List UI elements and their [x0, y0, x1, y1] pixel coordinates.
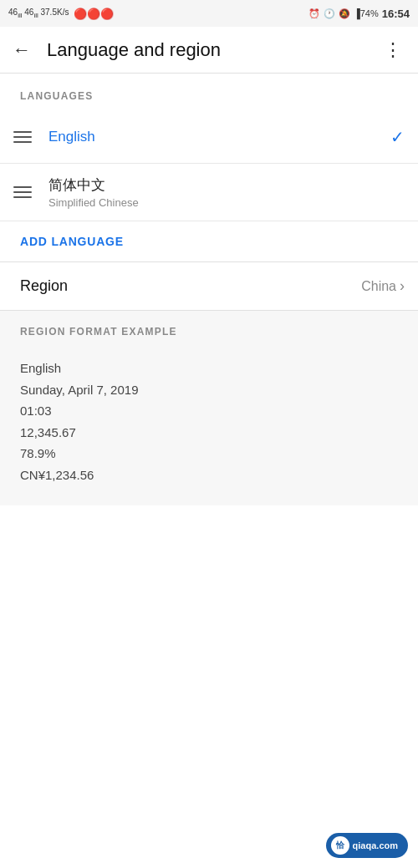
- more-options-button[interactable]: ⋮: [375, 32, 411, 69]
- format-example-header: REGION FORMAT EXAMPLE: [20, 326, 398, 338]
- silent-icon: 🔕: [339, 8, 350, 19]
- add-language-button[interactable]: ADD LANGUAGE: [0, 221, 418, 262]
- status-bar: 46ill 46ill 37.5K/s 🔴🔴🔴 ⏰ 🕐 🔕 ▐74% 16:54: [0, 0, 418, 27]
- language-item-english[interactable]: English ✓: [0, 110, 418, 164]
- back-button[interactable]: ←: [3, 32, 40, 69]
- watermark-logo: 恰: [331, 836, 349, 855]
- signal-icons: 46ill 46ill 37.5K/s: [8, 8, 69, 19]
- chevron-right-icon: ›: [400, 277, 405, 295]
- language-english-label: English: [48, 129, 390, 145]
- watermark-text: qiaqa.com: [353, 840, 398, 850]
- language-name-chinese: 简体中文 Simplified Chinese: [48, 175, 405, 209]
- region-label: Region: [20, 277, 361, 295]
- format-example-lines: English Sunday, April 7, 2019 01:03 12,3…: [0, 358, 418, 505]
- back-icon: ←: [13, 39, 31, 61]
- format-line-4: 78.9%: [20, 443, 398, 464]
- drag-handle-chinese[interactable]: [13, 186, 32, 198]
- format-line-0: English: [20, 358, 398, 379]
- watermark: 恰 qiaqa.com: [326, 833, 408, 858]
- language-chinese-label: 简体中文: [48, 175, 405, 195]
- drag-handle-english[interactable]: [13, 131, 32, 143]
- languages-section-header: LANGUAGES: [0, 74, 418, 110]
- region-value: China: [361, 279, 396, 294]
- region-row[interactable]: Region China ›: [0, 262, 418, 311]
- languages-section: LANGUAGES English ✓ 简体中文 Simplified Chin…: [0, 74, 418, 262]
- language-item-chinese[interactable]: 简体中文 Simplified Chinese: [0, 164, 418, 221]
- page-title: Language and region: [40, 39, 375, 61]
- format-line-1: Sunday, April 7, 2019: [20, 379, 398, 401]
- battery-icon: ▐74%: [354, 8, 379, 18]
- format-line-5: CN¥1,234.56: [20, 464, 398, 486]
- language-chinese-sublabel: Simplified Chinese: [48, 196, 405, 209]
- app-bar: ← Language and region ⋮: [0, 27, 418, 74]
- clock-icon: 🕐: [324, 8, 335, 19]
- selected-check-icon: ✓: [390, 127, 405, 147]
- status-bar-right: ⏰ 🕐 🔕 ▐74% 16:54: [308, 8, 410, 20]
- format-line-2: 01:03: [20, 400, 398, 422]
- status-bar-left: 46ill 46ill 37.5K/s 🔴🔴🔴: [8, 8, 114, 20]
- format-line-3: 12,345.67: [20, 422, 398, 444]
- notification-icons: 🔴🔴🔴: [74, 8, 114, 20]
- format-example-section: REGION FORMAT EXAMPLE: [0, 311, 418, 358]
- more-icon: ⋮: [384, 39, 403, 61]
- alarm-icon: ⏰: [308, 8, 320, 19]
- time-display: 16:54: [382, 8, 410, 20]
- language-name-english: English: [48, 129, 390, 145]
